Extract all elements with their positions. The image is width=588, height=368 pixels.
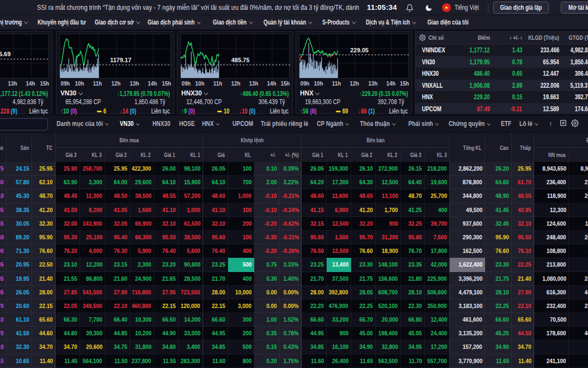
column-header[interactable]: KL 3 xyxy=(80,148,105,162)
tab-ph-i-sinh[interactable]: Phái sinh xyxy=(408,120,443,128)
price-board-row[interactable]: 29.9526.0528.0027.85541,50027.90716,8002… xyxy=(0,286,588,299)
index-row-hnx30[interactable]: HNX30486.400.6512.447306.439 xyxy=(415,68,588,80)
price-board-row[interactable]: 66.4057.8062.1063.903,30064.0029,60064.1… xyxy=(0,176,588,189)
cell-high: 66.60 xyxy=(485,313,512,327)
chart-index-name[interactable]: HNX xyxy=(300,89,321,97)
dark-mode-moon-icon[interactable] xyxy=(425,4,433,14)
column-header[interactable]: Giá 1 xyxy=(154,148,179,162)
column-header[interactable]: Giá xyxy=(203,148,228,162)
column-header[interactable]: NN bán xyxy=(569,148,588,162)
export-excel-icon[interactable] xyxy=(560,119,567,128)
column-header[interactable]: Sàn xyxy=(7,133,32,162)
chevron-down-icon xyxy=(136,19,140,24)
column-header[interactable]: Thấp xyxy=(512,133,534,162)
column-group-buy: Bên muaGiá 3KL 3Giá 2KL 2Giá 1KL 1 xyxy=(56,133,203,162)
column-header[interactable]: NN mua xyxy=(534,148,569,162)
tab-hnx[interactable]: HNX xyxy=(202,120,222,128)
column-header[interactable]: Giá 2 xyxy=(105,148,130,162)
notification-bell-icon[interactable] xyxy=(406,4,414,14)
tab-th-a-thu-n[interactable]: Thỏa thuận xyxy=(360,120,401,128)
price-board-row[interactable]: 27.7524.1525.9525.90258,70025.95422,3002… xyxy=(0,162,588,176)
menu-item-dich-vu-tien-ich[interactable]: Dịch vụ & Tiện ích xyxy=(366,19,432,26)
price-board-row[interactable]: 23.7020.6022.1522.05349,50022.10460,8002… xyxy=(0,299,588,313)
price-board-row[interactable]: 44.0538.3541.2041.008,20041.051,60041.10… xyxy=(0,203,588,217)
menu-item-giao-dien-cua-toi[interactable]: Giao diện của tôi xyxy=(427,19,482,26)
chevron-down-icon xyxy=(105,122,109,126)
paper-trading-button[interactable]: Giao dịch giả lập xyxy=(493,2,549,14)
cell-total-vol: 162,500 xyxy=(450,244,485,258)
tab-tr-i-phi-u-ri-ng-l-[interactable]: Trái phiếu riêng lẻ xyxy=(261,120,317,128)
column-header[interactable]: Trần xyxy=(0,133,7,162)
price-board-row[interactable]: 81.9071.3076.6076.204,00076.305,90076.40… xyxy=(0,244,588,258)
cell-ceiling: 47.70 xyxy=(0,327,7,340)
tab-upcom[interactable]: UPCOM xyxy=(232,120,257,128)
column-header[interactable]: Tổng KL xyxy=(450,133,485,162)
tab-etf[interactable]: ETF xyxy=(501,120,513,128)
price-board-row[interactable]: 37.1032.3034.7034.7020,60034.7531,80034.… xyxy=(0,340,588,354)
price-board-row[interactable]: 22.8519.9521.4021.5586,80021.6024,90021.… xyxy=(0,272,588,286)
price-board-row[interactable]: 52.1045.3048.7048.4511,30048.5038,50048.… xyxy=(0,189,588,203)
cell-high: 76.60 xyxy=(485,244,512,258)
column-header[interactable]: KL 1 xyxy=(327,148,351,162)
column-header[interactable]: TC xyxy=(32,133,56,162)
menu-item-thi-truong[interactable]: Thị trường xyxy=(0,19,38,26)
menu-item-giao-dich-tien[interactable]: Giao dịch tiền xyxy=(213,19,265,26)
menu-item-khuyen-nghi-dau-tu[interactable]: Khuyến nghị đầu tư xyxy=(38,19,102,26)
chart-index-name[interactable]: HNX30 xyxy=(181,89,210,97)
column-header[interactable]: +/- xyxy=(254,148,279,162)
index-row-vnindex[interactable]: VNINDEX1,177.121.43233.4664,982.836 xyxy=(415,44,588,56)
column-header[interactable]: KL 3 xyxy=(425,148,450,162)
menu-item-giao-dich-co-so[interactable]: Giao dịch cơ sở xyxy=(95,19,154,26)
cell-buy-vol1: 3,400 xyxy=(179,340,203,354)
menu-item-quan-ly-tai-khoan[interactable]: Quản lý tài khoản xyxy=(264,19,327,26)
price-board-row[interactable]: 24.0520.9522.5023.1012,20023.152,30023.2… xyxy=(0,258,588,272)
chart-index-change: ↑1,177.12 (1.43 0.12%) xyxy=(0,89,48,98)
column-header[interactable]: Giá 3 xyxy=(56,148,80,162)
column-header[interactable]: Cao xyxy=(485,133,512,162)
cell-ceiling: 29.95 xyxy=(0,286,7,299)
tab-danh-m-c-c-a-t-i[interactable]: Danh mục của tôi xyxy=(57,120,117,128)
tab-vn30[interactable]: VN30 xyxy=(120,120,142,128)
tab-hose[interactable]: HOSE xyxy=(179,120,198,128)
column-header[interactable]: KL 1 xyxy=(179,148,203,162)
cell-sell-price2: 48.65 xyxy=(351,189,376,203)
column-header[interactable]: Giá 2 xyxy=(351,148,376,162)
cell-sell-price1: 48.60 xyxy=(302,189,327,203)
scroll-top-icon[interactable]: ↑ xyxy=(549,119,553,128)
price-board-row[interactable]: 102.6089.2095.9095.3025,10095.4066,30095… xyxy=(0,231,588,244)
chart-index-name[interactable]: VN30 xyxy=(60,89,84,97)
index-row-vn30[interactable]: VN301,179.950.7865.9541,850.486 xyxy=(415,56,588,68)
time-label: 09h xyxy=(181,80,192,87)
tab-cp-ng-nh[interactable]: CP Ngành xyxy=(317,120,354,128)
tab-l-l-[interactable]: Lô lẻ xyxy=(519,120,541,128)
open-account-button[interactable]: Mở tài khoản xyxy=(561,2,588,14)
symbol-search-input[interactable] xyxy=(0,118,48,130)
cell-sell-price2: 22.25 xyxy=(351,299,376,313)
column-header[interactable]: +/- (%) xyxy=(279,148,302,162)
chevron-down-icon xyxy=(78,90,82,95)
price-board-row[interactable]: 34.5530.0532.3032.00143,90032.0566,90032… xyxy=(0,217,588,231)
price-board-row[interactable]: 47.7041.5044.6044.8039,30044.8510,20044.… xyxy=(0,327,588,340)
index-row-vnxall[interactable]: VNXALL1,906.082.89222.0065,119.370 xyxy=(415,80,588,92)
price-board-row[interactable]: 12.1510.6511.4011.45564,10011.50237,8001… xyxy=(0,354,588,368)
cell-foreign-buy: 241,100 xyxy=(534,354,569,368)
cell-sell-price1: 41.15 xyxy=(302,203,327,217)
cell-sell-price2: 23.30 xyxy=(351,258,376,272)
index-settings-gear-icon[interactable] xyxy=(419,34,426,42)
index-row-upcom[interactable]: UPCOM87.49-0.1112.589174.640 xyxy=(415,103,588,114)
tab-hnx30[interactable]: HNX30 xyxy=(152,120,174,128)
cell-buy-price2: 76.30 xyxy=(105,244,130,258)
column-header[interactable]: KL xyxy=(228,148,254,162)
column-header[interactable]: KL 2 xyxy=(130,148,154,162)
column-header[interactable]: Giá 3 xyxy=(401,148,425,162)
menu-item-giao-dich-phai-sinh[interactable]: Giao dịch phái sinh xyxy=(148,19,217,26)
column-header[interactable]: KL 2 xyxy=(376,148,401,162)
column-header[interactable]: Giá 1 xyxy=(302,148,327,162)
cell-match-price: 95.60 xyxy=(203,231,228,244)
language-selector[interactable]: Tiếng Việt xyxy=(455,4,485,11)
tab-ch-ng-quy-n[interactable]: Chứng quyền xyxy=(449,120,497,128)
menu-item-s-products[interactable]: S-Products xyxy=(322,19,366,26)
price-board-row[interactable]: 70.1061.1065.6066.307,70066.4010,30066.5… xyxy=(0,313,588,327)
index-row-hnx[interactable]: HNX229.200.1519.663392.708 xyxy=(415,91,588,103)
board-settings-gear-icon[interactable] xyxy=(571,119,579,129)
